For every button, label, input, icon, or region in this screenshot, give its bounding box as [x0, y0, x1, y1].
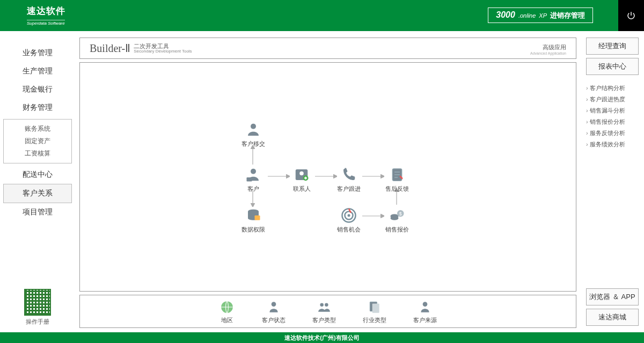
node-label: 联系人 — [283, 185, 320, 193]
product-edition: XP — [539, 12, 547, 19]
svg-point-11 — [299, 172, 304, 176]
globe-icon — [219, 299, 235, 315]
target-icon — [340, 206, 358, 225]
svg-point-20 — [391, 214, 399, 219]
advanced-app-link[interactable]: 高级应用 Advanced Application — [530, 43, 566, 55]
qr-label: 操作手册 — [3, 318, 72, 326]
svg-point-24 — [272, 302, 276, 307]
link-customer-structure[interactable]: 客户结构分析 — [586, 83, 639, 94]
contact-icon — [292, 166, 311, 184]
power-button[interactable] — [618, 0, 644, 31]
people-icon — [316, 299, 332, 315]
builder-subtitle-cn: 二次开发工具 — [134, 43, 169, 49]
workflow-canvas: 客户移交 客户 联系人 客户跟进 售后反馈 数据权限 — [79, 62, 576, 292]
node-data-auth[interactable]: 数据权限 — [235, 206, 272, 234]
builder-subtitle: 二次开发工具 Secondary Development Tools — [134, 43, 192, 54]
node-label: 客户跟进 — [330, 185, 368, 193]
svg-rect-28 — [372, 303, 379, 312]
document-icon — [367, 299, 383, 315]
bottom-toolbar: 地区 客户状态 客户类型 行业类型 客户来源 — [79, 295, 576, 328]
person-icon — [266, 299, 282, 315]
btn-manager-query[interactable]: 经理查询 — [586, 38, 639, 55]
sidebar-left: 业务管理 生产管理 现金银行 财务管理 账务系统 固定资产 工资核算 配送中心 … — [0, 31, 75, 332]
node-customer[interactable]: 客户 — [235, 166, 272, 193]
node-opportunity[interactable]: 销售机会 — [330, 206, 368, 234]
svg-point-7 — [251, 124, 256, 129]
svg-rect-15 — [255, 215, 260, 220]
node-label: 客户 — [235, 185, 272, 193]
link-followup-heat[interactable]: 客户跟进热度 — [586, 94, 639, 105]
nav-project[interactable]: 项目管理 — [3, 203, 72, 221]
node-follow-up[interactable]: 客户跟进 — [330, 166, 368, 193]
nav-business[interactable]: 业务管理 — [3, 44, 72, 62]
sidebar-right: 经理查询 报表中心 客户结构分析 客户跟进热度 销售漏斗分析 销售报价分析 服务… — [581, 31, 644, 332]
node-label: 数据权限 — [235, 226, 272, 234]
product-suffix: .online — [518, 12, 536, 19]
btn-browser-app[interactable]: 浏览器 ＆ APP — [586, 288, 639, 305]
nav-finance[interactable]: 财务管理 — [3, 99, 72, 117]
tool-label: 行业类型 — [363, 316, 386, 324]
tool-customer-type[interactable]: 客户类型 — [312, 299, 336, 324]
node-label: 客户移交 — [235, 140, 272, 148]
svg-rect-9 — [247, 177, 252, 182]
svg-point-18 — [348, 214, 350, 217]
manual-qr[interactable]: 操作手册 — [3, 289, 72, 326]
logo-subtitle: Superdata Software — [27, 20, 65, 26]
node-customer-transfer[interactable]: 客户移交 — [235, 121, 272, 148]
tool-region[interactable]: 地区 — [219, 299, 235, 324]
product-module: 进销存管理 — [550, 11, 585, 20]
tool-label: 地区 — [219, 316, 235, 324]
node-label: 销售机会 — [330, 226, 368, 234]
nav-sub-assets[interactable]: 固定资产 — [4, 135, 71, 147]
link-sales-quote[interactable]: 销售报价分析 — [586, 116, 639, 128]
nav-crm[interactable]: 客户关系 — [3, 184, 72, 203]
tool-customer-source[interactable]: 客户来源 — [413, 299, 437, 324]
svg-point-8 — [251, 169, 256, 174]
nav-cash-bank[interactable]: 现金银行 — [3, 80, 72, 99]
link-sales-funnel[interactable]: 销售漏斗分析 — [586, 105, 639, 116]
nav-distribution[interactable]: 配送中心 — [3, 166, 72, 184]
builder-subtitle-en: Secondary Development Tools — [134, 49, 192, 54]
advanced-app-cn: 高级应用 — [543, 44, 566, 50]
svg-point-26 — [325, 303, 328, 307]
advanced-app-en: Advanced Application — [530, 51, 566, 55]
node-contact[interactable]: 联系人 — [283, 166, 320, 193]
app-header: 速达软件 Superdata Software 3000 .online XP … — [0, 0, 644, 31]
tool-label: 客户状态 — [262, 316, 286, 324]
builder-title: Builder-Ⅱ — [90, 42, 130, 55]
nav-production[interactable]: 生产管理 — [3, 62, 72, 80]
logo: 速达软件 Superdata Software — [27, 5, 65, 27]
product-badge: 3000 .online XP 进销存管理 — [488, 8, 593, 23]
node-feedback[interactable]: 售后反馈 — [378, 166, 416, 193]
clipboard-icon — [388, 166, 406, 184]
svg-point-25 — [320, 303, 324, 307]
builder-header: Builder-Ⅱ 二次开发工具 Secondary Development T… — [79, 38, 576, 59]
tool-label: 客户来源 — [413, 316, 437, 324]
qr-code-icon — [24, 289, 51, 316]
node-label: 售后反馈 — [378, 185, 416, 193]
footer: 速达软件技术(广州)有限公司 — [0, 332, 644, 343]
person-transfer-icon — [244, 121, 262, 139]
tool-label: 客户类型 — [312, 316, 336, 324]
tool-industry-type[interactable]: 行业类型 — [363, 299, 386, 324]
node-quote[interactable]: $ 销售报价 — [378, 206, 416, 234]
nav-sub-payroll[interactable]: 工资核算 — [4, 147, 71, 160]
report-links: 客户结构分析 客户跟进热度 销售漏斗分析 销售报价分析 服务反馈分析 服务绩效分… — [586, 83, 639, 150]
customer-icon — [244, 166, 262, 184]
svg-text:$: $ — [399, 211, 402, 217]
link-service-feedback[interactable]: 服务反馈分析 — [586, 128, 639, 139]
nav-sub-group: 账务系统 固定资产 工资核算 — [3, 119, 72, 163]
btn-superdata-mall[interactable]: 速达商城 — [586, 309, 639, 326]
lock-icon — [244, 206, 262, 225]
person-source-icon — [417, 299, 433, 315]
svg-point-29 — [423, 302, 428, 307]
btn-report-center[interactable]: 报表中心 — [586, 58, 639, 75]
tool-customer-status[interactable]: 客户状态 — [262, 299, 286, 324]
link-service-performance[interactable]: 服务绩效分析 — [586, 139, 639, 150]
money-icon: $ — [388, 206, 406, 225]
phone-icon — [340, 166, 358, 184]
main-area: Builder-Ⅱ 二次开发工具 Secondary Development T… — [75, 31, 581, 332]
logo-title: 速达软件 — [27, 5, 65, 17]
node-label: 销售报价 — [378, 226, 416, 234]
nav-sub-accounting[interactable]: 账务系统 — [4, 123, 71, 135]
